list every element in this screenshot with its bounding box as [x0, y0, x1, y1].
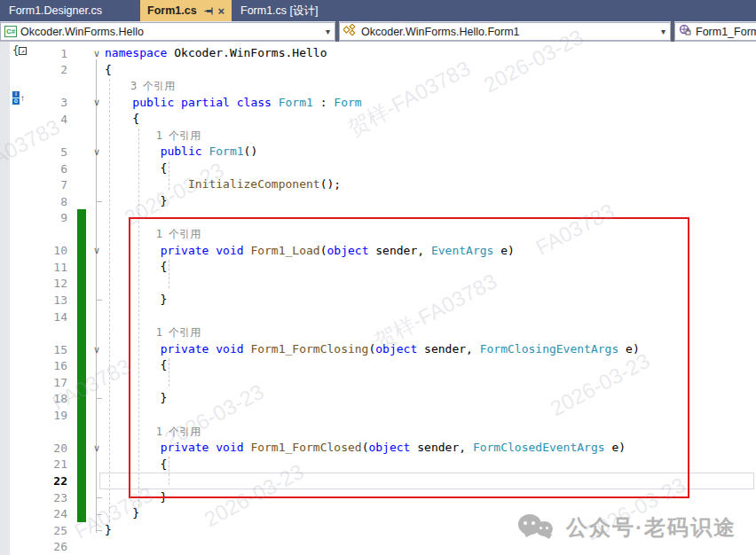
code-row[interactable]: 8 } [0, 193, 756, 210]
class-icon [343, 24, 358, 39]
code-row[interactable]: 6 { [0, 160, 756, 177]
code-text: public Form1() [105, 144, 257, 160]
pin-icon[interactable] [204, 6, 214, 16]
type-scope-dropdown[interactable]: Okcoder.WinForms.Hello.Form1 ▾ [339, 22, 671, 41]
code-text: InitializeComponent(); [105, 176, 341, 193]
fold-collapse-icon[interactable]: ∨ [67, 98, 105, 107]
code-text: } [105, 522, 112, 539]
fold-collapse-icon[interactable]: ∨ [67, 443, 105, 453]
chevron-down-icon[interactable]: ▾ [661, 27, 665, 36]
tab-label: Form1.cs [设计] [240, 4, 319, 19]
codelens-references-label[interactable]: 1 个引用 [105, 128, 201, 145]
code-text: } [105, 193, 167, 210]
brand-text: 公众号·老码识途 [566, 513, 736, 542]
code-navigation-bar: C# Okcoder.WinForms.Hello ▾ Okcoder.WinF… [0, 21, 756, 42]
line-number: 17 [0, 376, 67, 389]
line-number: 16 [0, 359, 67, 372]
tab-form1-cs-design[interactable]: Form1.cs [设计] [232, 0, 357, 21]
line-number: 24 [0, 507, 67, 520]
chevron-down-icon[interactable]: ▾ [326, 27, 330, 36]
line-number: 7 [0, 178, 67, 192]
line-number: 15 [0, 343, 67, 356]
project-scope-dropdown[interactable]: C# Okcoder.WinForms.Hello ▾ [0, 22, 335, 41]
codelens-row[interactable]: 3 个引用 [0, 78, 756, 95]
line-number: 6 [0, 162, 67, 176]
close-icon[interactable]: × [218, 5, 225, 17]
document-tab-bar: Form1.Designer.cs Form1.cs × Form1.cs [设… [0, 0, 756, 21]
code-text: namespace Okcoder.WinForms.Hello [105, 45, 327, 62]
line-number: 11 [0, 261, 67, 274]
fold-collapse-icon[interactable]: ∨ [67, 345, 105, 355]
line-number: 12 [0, 277, 67, 290]
visual-studio-editor-window: Form1.Designer.cs Form1.cs × Form1.cs [设… [0, 0, 756, 555]
line-number: 8 [0, 195, 67, 208]
code-row[interactable]: 7 InitializeComponent(); [0, 176, 756, 193]
brand-watermark: 公众号·老码识途 [518, 512, 736, 543]
csharp-file-icon: C# [4, 26, 17, 37]
line-number: 4 [0, 113, 67, 126]
line-number: 1 [0, 47, 67, 60]
member-scope-label: Form1_Form [696, 26, 756, 38]
project-scope-label: Okcoder.WinForms.Hello [20, 26, 144, 38]
codelens-row[interactable]: 1 个引用 [0, 128, 756, 145]
code-row[interactable]: 3∨ public partial class Form1 : Form [0, 95, 756, 112]
codelens-references-label[interactable]: 3 个引用 [105, 78, 175, 95]
line-number: 26 [0, 540, 67, 553]
line-number: 20 [0, 442, 67, 455]
code-row[interactable]: 4 { [0, 111, 756, 128]
tab-label: Form1.Designer.cs [9, 4, 102, 17]
line-number: 2 [0, 63, 67, 76]
wechat-bubbles-icon [518, 512, 557, 543]
code-row[interactable]: 1∨namespace Okcoder.WinForms.Hello [0, 45, 756, 62]
fold-collapse-icon[interactable]: ∨ [67, 49, 105, 59]
code-text: { [105, 160, 167, 177]
line-number: 22 [0, 474, 67, 488]
member-scope-dropdown[interactable]: Form1_Form [674, 22, 756, 41]
tab-form1-cs-active[interactable]: Form1.cs × [140, 0, 232, 21]
fold-collapse-icon[interactable]: ∨ [67, 246, 105, 255]
line-number: 23 [0, 491, 67, 504]
tab-form1-designer-cs[interactable]: Form1.Designer.cs [0, 0, 140, 21]
code-row[interactable]: 2{ [0, 62, 756, 79]
code-row[interactable]: 5∨ public Form1() [0, 144, 756, 160]
line-number: 14 [0, 310, 67, 324]
line-number: 13 [0, 293, 67, 307]
code-text: { [105, 62, 112, 79]
line-number: 19 [0, 409, 67, 422]
code-text: { [105, 111, 139, 128]
type-scope-label: Okcoder.WinForms.Hello.Form1 [361, 26, 520, 38]
line-number: 21 [0, 457, 67, 471]
tab-label: Form1.cs [147, 4, 197, 17]
line-number: 25 [0, 524, 67, 537]
code-text: public partial class Form1 : Form [105, 95, 362, 112]
line-number: 18 [0, 392, 67, 405]
line-number: 5 [0, 145, 67, 159]
line-number: 10 [0, 244, 67, 257]
fold-collapse-icon[interactable]: ∨ [67, 147, 105, 157]
line-number: 9 [0, 211, 67, 224]
red-annotation-rectangle [129, 217, 689, 498]
code-text: } [105, 505, 139, 522]
code-editor[interactable]: {↗ IO↑ 1∨namespace Okcoder.WinForms.Hell… [0, 42, 756, 555]
private-method-lock-icon [679, 24, 692, 39]
line-number: 3 [0, 96, 67, 109]
